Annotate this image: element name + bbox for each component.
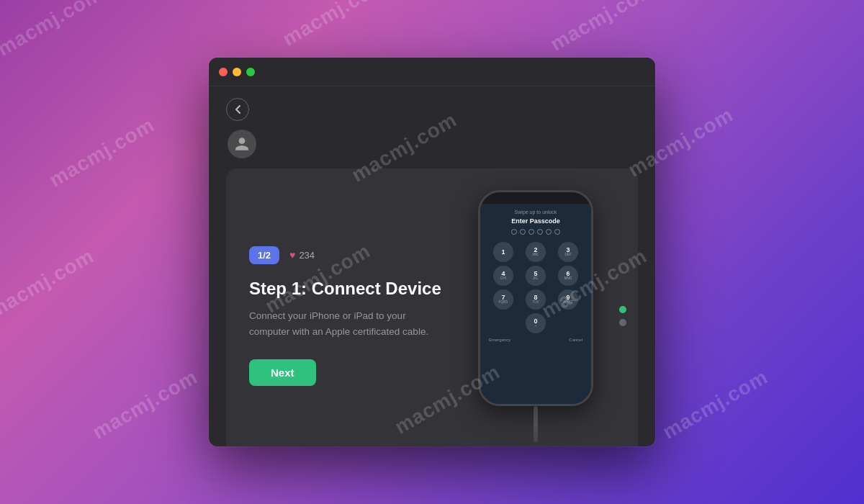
watermark: macmj.com	[45, 113, 158, 192]
likes-row: ♥ 234	[289, 249, 315, 261]
passcode-dot	[511, 229, 517, 235]
heart-icon: ♥	[289, 249, 295, 261]
nav-dot-1[interactable]	[619, 306, 626, 313]
passcode-dot	[537, 229, 543, 235]
close-button[interactable]	[219, 68, 228, 76]
title-bar	[209, 58, 655, 86]
passcode-dot	[554, 229, 560, 235]
numpad-key-0[interactable]: 0 +	[526, 313, 546, 333]
watermark: macmj.com	[0, 0, 107, 61]
phone-passcode-dots	[511, 229, 560, 235]
maximize-button[interactable]	[246, 68, 255, 76]
passcode-dot	[546, 229, 552, 235]
nav-dot-2[interactable]	[619, 319, 626, 326]
badge-row: 1/2 ♥ 234	[249, 246, 442, 264]
phone-screen: Swipe up to unlock Enter Passcode	[480, 204, 591, 404]
step-badge: 1/2	[249, 246, 279, 264]
minimize-button[interactable]	[233, 68, 241, 76]
phone-screen-title: Enter Passcode	[511, 217, 560, 225]
numpad-key-7[interactable]: 7 PQRS	[493, 289, 513, 310]
passcode-dot	[528, 229, 534, 235]
numpad-key-8[interactable]: 8 TUV	[526, 289, 546, 310]
passcode-dot	[520, 229, 526, 235]
watermark: macmj.com	[546, 0, 660, 56]
phone-mockup: Swipe up to unlock Enter Passcode	[478, 190, 593, 406]
numpad-key-5[interactable]: 5 JKL	[526, 266, 546, 286]
watermark: macmj.com	[89, 365, 202, 444]
content-card: 1/2 ♥ 234 Step 1: Connect Device Connect…	[226, 168, 638, 446]
user-avatar	[228, 130, 256, 158]
next-button[interactable]: Next	[249, 359, 316, 386]
step-description: Connect your iPhone or iPad to your comp…	[249, 308, 442, 339]
cable-visual	[534, 406, 538, 442]
phone-notch	[514, 192, 557, 204]
card-right: Swipe up to unlock Enter Passcode	[456, 190, 615, 442]
numpad-key-3[interactable]: 3 DEF	[558, 242, 578, 262]
likes-count: 234	[299, 250, 315, 261]
phone-numpad: 1 2 ABC 3 DEF	[489, 242, 582, 333]
app-window: 1/2 ♥ 234 Step 1: Connect Device Connect…	[209, 58, 655, 446]
numpad-key-9[interactable]: 9 WXYZ	[558, 289, 578, 310]
card-left: 1/2 ♥ 234 Step 1: Connect Device Connect…	[249, 246, 442, 386]
numpad-key-4[interactable]: 4 GHI	[493, 266, 513, 286]
traffic-lights	[219, 68, 255, 76]
phone-emergency-btn[interactable]: Emergency	[489, 338, 510, 342]
phone-cancel-btn[interactable]: Cancel	[569, 338, 582, 342]
nav-dots	[619, 306, 626, 326]
phone-status-text: Swipe up to unlock	[515, 210, 557, 215]
lightning-cable	[534, 406, 538, 442]
watermark: macmj.com	[659, 365, 772, 444]
numpad-key-1[interactable]: 1	[493, 242, 513, 262]
step-title: Step 1: Connect Device	[249, 277, 442, 300]
watermark: macmj.com	[279, 0, 392, 51]
watermark: macmj.com	[0, 244, 98, 323]
back-button[interactable]	[226, 98, 249, 121]
numpad-key-2[interactable]: 2 ABC	[526, 242, 546, 262]
phone-action-row: Emergency Cancel	[489, 338, 582, 342]
numpad-key-6[interactable]: 6 MNO	[558, 266, 578, 286]
window-body: 1/2 ♥ 234 Step 1: Connect Device Connect…	[209, 86, 655, 446]
